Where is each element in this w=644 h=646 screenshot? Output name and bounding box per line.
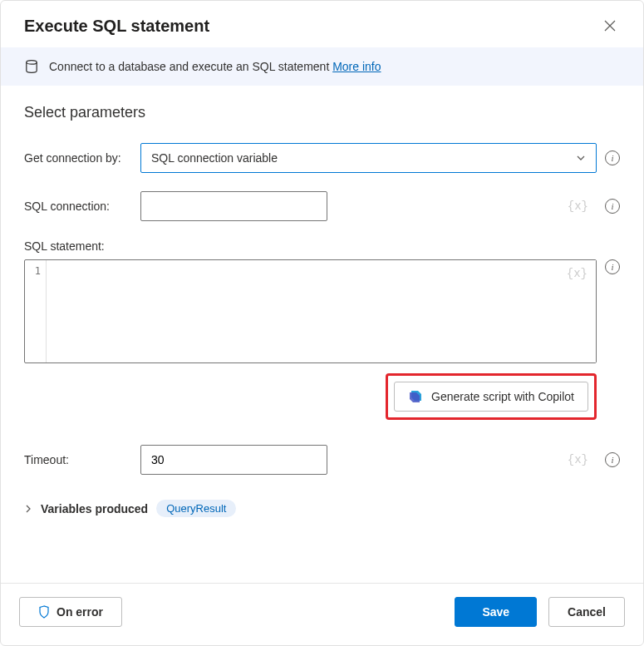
sql-statement-textarea[interactable] <box>47 260 596 362</box>
database-icon <box>24 59 39 74</box>
get-connection-by-select[interactable]: SQL connection variable <box>140 143 597 173</box>
sql-statement-label: SQL statement: <box>24 239 620 253</box>
variable-picker-icon[interactable]: {x} <box>568 200 588 213</box>
dialog-footer: On error Save Cancel <box>1 583 643 645</box>
chevron-right-icon <box>24 505 32 513</box>
variables-produced-label: Variables produced <box>41 502 148 515</box>
banner-text: Connect to a database and execute an SQL… <box>49 60 381 73</box>
copilot-row: Generate script with Copilot <box>24 373 620 420</box>
variable-picker-icon[interactable]: {x} <box>567 267 587 280</box>
section-title: Select parameters <box>24 104 620 121</box>
sql-statement-info[interactable]: i <box>605 259 620 274</box>
chevron-down-icon <box>576 153 586 163</box>
cancel-button[interactable]: Cancel <box>548 597 625 627</box>
svg-point-2 <box>27 61 37 65</box>
variable-chip-queryresult[interactable]: QueryResult <box>156 500 236 517</box>
get-connection-by-value: SQL connection variable <box>151 151 278 165</box>
sql-connection-row: SQL connection: {x} i <box>24 191 620 221</box>
variables-produced-row[interactable]: Variables produced QueryResult <box>24 500 620 517</box>
dialog-content: Select parameters Get connection by: SQL… <box>1 86 643 583</box>
footer-actions: Save Cancel <box>455 597 625 627</box>
generate-script-copilot-button[interactable]: Generate script with Copilot <box>394 382 588 412</box>
close-icon <box>604 20 616 32</box>
timeout-info[interactable]: i <box>605 452 620 467</box>
copilot-icon <box>408 389 423 404</box>
sql-statement-row: 1 {x} i <box>24 259 620 363</box>
dialog-header: Execute SQL statement <box>1 1 643 47</box>
more-info-link[interactable]: More info <box>332 60 381 73</box>
code-line-number: 1 <box>25 260 47 362</box>
copilot-highlight: Generate script with Copilot <box>386 373 597 420</box>
sql-statement-editor[interactable]: 1 {x} <box>24 259 597 363</box>
get-connection-by-info[interactable]: i <box>605 150 620 165</box>
dialog-title: Execute SQL statement <box>24 17 209 36</box>
save-button[interactable]: Save <box>455 597 537 627</box>
info-banner: Connect to a database and execute an SQL… <box>1 47 643 86</box>
sql-connection-input[interactable] <box>140 191 327 221</box>
shield-icon <box>38 605 50 619</box>
timeout-label: Timeout: <box>24 453 132 466</box>
timeout-input[interactable] <box>140 445 327 475</box>
get-connection-by-row: Get connection by: SQL connection variab… <box>24 143 620 173</box>
get-connection-by-label: Get connection by: <box>24 151 132 165</box>
variable-picker-icon[interactable]: {x} <box>568 453 588 466</box>
timeout-row: Timeout: {x} i <box>24 445 620 475</box>
close-button[interactable] <box>600 16 620 36</box>
on-error-button[interactable]: On error <box>19 597 122 627</box>
sql-connection-info[interactable]: i <box>605 199 620 214</box>
sql-connection-label: SQL connection: <box>24 200 132 213</box>
